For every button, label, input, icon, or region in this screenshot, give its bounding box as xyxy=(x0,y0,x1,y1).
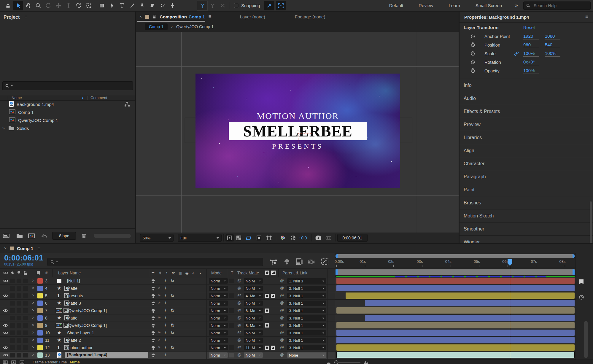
track-matte-dropdown[interactable]: No M xyxy=(244,352,263,358)
unlock-icon[interactable] xyxy=(152,15,157,19)
layer-name[interactable]: [QwertyJOO Comp 1] xyxy=(67,308,107,313)
av-cell[interactable] xyxy=(23,286,28,291)
tab-layer-label[interactable]: Layer (none) xyxy=(240,14,265,19)
fx-switch-icon[interactable]: fx xyxy=(171,278,174,283)
expander-icon[interactable]: > xyxy=(32,345,34,349)
alpha-matte-icon[interactable] xyxy=(265,323,269,329)
section-motion-sketch[interactable]: Motion Sketch xyxy=(460,209,593,222)
dolly-camera-icon[interactable] xyxy=(63,1,74,10)
preview-timecode-box[interactable]: 0:00:06:01 xyxy=(337,234,368,242)
track-matte-pick-whip-icon[interactable]: @ xyxy=(237,345,241,349)
layer-name[interactable]: Matte xyxy=(67,316,77,320)
parent-link-dropdown[interactable]: 3. Null 1 xyxy=(287,338,326,343)
section-paragraph[interactable]: Paragraph xyxy=(460,170,593,183)
zoom-slider-thumb[interactable] xyxy=(334,360,338,364)
track-matte-pick-whip-icon[interactable]: @ xyxy=(237,308,241,312)
type-tool-icon[interactable] xyxy=(117,1,127,10)
layer-label-chip[interactable] xyxy=(37,293,43,298)
collapse-switch-icon[interactable]: ✳ xyxy=(158,345,161,349)
mode-dropdown[interactable]: Norm xyxy=(209,345,228,350)
puppet-pin-icon[interactable] xyxy=(167,1,177,10)
track-matte-pick-whip-icon[interactable]: @ xyxy=(237,286,241,290)
expander-icon[interactable]: > xyxy=(32,323,34,327)
layer-label-chip[interactable] xyxy=(37,323,43,328)
zoom-out-mountain-icon[interactable] xyxy=(327,360,331,364)
luma-matte-icon[interactable] xyxy=(271,293,275,299)
av-cell[interactable] xyxy=(23,338,28,343)
transform-value[interactable]: 540 xyxy=(545,42,560,48)
workspace-default[interactable]: Default xyxy=(381,3,411,8)
av-cell[interactable] xyxy=(10,293,15,298)
workspace-review[interactable]: Review xyxy=(411,3,441,8)
column-name[interactable]: Name xyxy=(12,96,22,100)
transform-value[interactable]: 0x+0° xyxy=(523,59,539,65)
pan-camera-icon[interactable] xyxy=(53,1,63,10)
layer-duration-bar[interactable] xyxy=(336,344,575,351)
layer-row[interactable]: >5Tpresents✳/fxNorm@4. Ma@3. Null 1 xyxy=(0,292,335,300)
timeline-vertical-scrollbar[interactable] xyxy=(584,321,588,358)
track-matte-pick-whip-icon[interactable]: @ xyxy=(237,293,241,298)
track-matte-pick-whip-icon[interactable]: @ xyxy=(237,315,241,320)
layer-label-chip[interactable] xyxy=(37,315,43,321)
snapping-checkbox[interactable] xyxy=(234,3,239,8)
current-timecode[interactable]: 0:00:06:01 xyxy=(4,253,43,263)
time-ruler[interactable]: 0:00s01s02s03s04s05s06s07s08s xyxy=(335,258,575,268)
track-matte-dropdown[interactable]: No M xyxy=(244,278,263,284)
composition-mini-flowchart-icon[interactable] xyxy=(269,259,277,265)
parent-link-dropdown[interactable]: None xyxy=(287,352,326,358)
tab-footage-label[interactable]: Footage (none) xyxy=(295,14,325,19)
section-audio[interactable]: Audio xyxy=(460,92,593,105)
preserve-transparency-well[interactable] xyxy=(229,293,234,298)
track-matte-dropdown[interactable]: No M xyxy=(244,315,263,321)
region-of-interest-icon[interactable] xyxy=(244,233,254,243)
rectangle-tool-icon[interactable] xyxy=(97,1,107,10)
magnification-dropdown[interactable]: 50% xyxy=(140,234,174,242)
project-item[interactable]: Comp 1 xyxy=(0,108,135,116)
view-axis-mode-icon[interactable] xyxy=(218,1,228,10)
column-comment[interactable]: Comment xyxy=(90,96,135,100)
parent-pick-whip-icon[interactable]: @ xyxy=(280,330,284,335)
track-matte-pick-whip-icon[interactable]: @ xyxy=(237,278,241,283)
parent-link-dropdown[interactable]: 3. Null 1 xyxy=(287,286,326,291)
track-matte-pick-whip-icon[interactable]: @ xyxy=(237,352,241,357)
track-matte-dropdown[interactable]: No M xyxy=(244,286,263,291)
av-cell[interactable] xyxy=(10,279,15,283)
layer-duration-bar[interactable] xyxy=(336,352,575,358)
shy-switch-icon[interactable] xyxy=(151,316,156,321)
shy-switch-icon[interactable] xyxy=(151,293,156,299)
layer-row[interactable]: >7[QwertyJOO Comp 1]/fxNorm@6. Ma@3. Nul… xyxy=(0,307,335,314)
parent-pick-whip-icon[interactable]: @ xyxy=(280,345,284,349)
roto-brush-icon[interactable] xyxy=(157,1,167,10)
expander-icon[interactable]: > xyxy=(2,126,5,131)
local-axis-mode-icon[interactable] xyxy=(197,1,208,11)
time-navigator-left-handle[interactable] xyxy=(336,254,338,258)
transparency-grid-icon[interactable] xyxy=(234,233,244,243)
close-tab-icon[interactable]: × xyxy=(139,14,142,19)
parent-link-dropdown[interactable]: 3. Null 1 xyxy=(287,301,326,306)
layer-name[interactable]: motion author xyxy=(67,345,93,350)
av-cell[interactable] xyxy=(23,301,28,306)
fx-switch-icon[interactable]: fx xyxy=(171,330,174,335)
new-folder-icon[interactable] xyxy=(16,233,23,239)
section-effects-presets[interactable]: Effects & Presets xyxy=(460,105,593,118)
project-panel-menu-icon[interactable]: ≡ xyxy=(24,14,27,20)
layer-row[interactable]: >3[Null 1]/fxNorm@No M@1. Null 3 xyxy=(0,277,335,285)
project-search-box[interactable] xyxy=(2,81,133,90)
mode-dropdown[interactable]: Norm xyxy=(209,301,228,306)
work-area-start-handle[interactable] xyxy=(336,269,338,275)
section-info[interactable]: Info xyxy=(460,79,593,92)
hand-tool-icon[interactable] xyxy=(23,1,33,10)
viewer-canvas[interactable]: MOTION AUTHOR SMELLERBEE PRESENTS xyxy=(136,32,459,233)
av-cell[interactable] xyxy=(10,330,15,335)
motion-blur-icon[interactable] xyxy=(307,259,315,265)
pen-tool-icon[interactable] xyxy=(107,1,117,10)
layer-name[interactable]: Matte 3 xyxy=(67,301,81,306)
layer-label-chip[interactable] xyxy=(37,352,43,358)
rotation-tool-icon[interactable] xyxy=(74,1,84,10)
transform-value[interactable]: 960 xyxy=(523,42,539,48)
shy-switch-icon[interactable] xyxy=(151,308,156,314)
eye-icon[interactable] xyxy=(3,279,8,284)
collapse-switch-icon[interactable]: ✳ xyxy=(158,315,161,320)
layer-row[interactable]: >13[Background 1.mp4]/Norm@No M@None xyxy=(0,352,335,359)
collapse-switch-icon[interactable]: ✳ xyxy=(158,293,161,298)
